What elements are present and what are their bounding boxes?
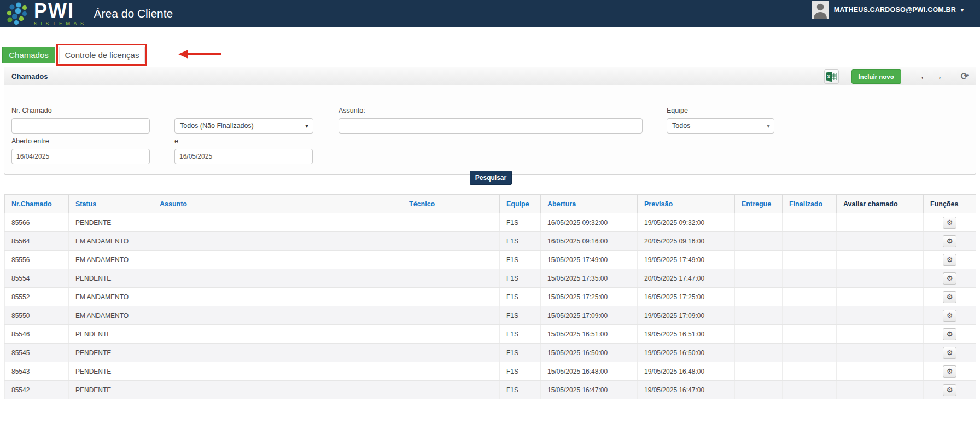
topbar: PWI SISTEMAS Área do Cliente MATHEUS.CAR… [0,0,980,27]
next-arrow-icon[interactable]: → [934,71,943,82]
row-actions-button[interactable]: ⚙ [943,384,956,396]
incluir-novo-button[interactable]: Incluir novo [851,69,901,84]
export-excel-button[interactable]: X [824,69,839,84]
cell-avaliar-chamado [837,269,924,288]
cell-finalizado [783,288,837,306]
cell-equipe: F1S [500,344,541,362]
tab-controle-de-licencas[interactable]: Controle de licenças [59,47,145,63]
cell-entregue [735,213,783,232]
cell-entregue [735,362,783,381]
cell-nr-chamado: 85554 [5,269,69,288]
cell-abertura: 15/05/2025 17:25:00 [541,288,638,306]
svg-text:X: X [827,74,831,79]
status-filter-select[interactable]: Todos (Não Finalizados) ▾ [174,118,313,134]
row-actions-button[interactable]: ⚙ [943,347,956,359]
col-header-equipe[interactable]: Equipe [500,195,541,213]
cell-entregue [735,232,783,251]
cell-nr-chamado: 85542 [5,381,69,399]
row-actions-button[interactable]: ⚙ [943,235,956,247]
cell-finalizado [783,213,837,232]
brand-logo: PWI SISTEMAS [5,0,88,26]
cell-finalizado [783,344,837,362]
cell-previsao: 20/05/2025 09:16:00 [638,232,735,251]
row-actions-button[interactable]: ⚙ [943,217,956,229]
gear-icon: ⚙ [947,330,953,338]
cell-nr-chamado: 85545 [5,344,69,362]
col-header-status[interactable]: Status [69,195,153,213]
person-icon [812,1,829,19]
brand-name: PWI [34,2,88,20]
pwi-logo-icon [5,2,32,26]
cell-assunto [153,213,402,232]
col-header-tecnico[interactable]: Técnico [402,195,500,213]
col-header-finalizado[interactable]: Finalizado [783,195,837,213]
row-actions-button[interactable]: ⚙ [943,254,956,266]
cell-tecnico [402,269,500,288]
cell-previsao: 19/05/2025 16:48:00 [638,362,735,381]
col-header-entregue[interactable]: Entregue [735,195,783,213]
cell-abertura: 15/05/2025 17:09:00 [541,306,638,325]
cell-previsao: 16/05/2025 17:25:00 [638,288,735,306]
table-row: 85552 EM ANDAMENTO F1S 15/05/2025 17:25:… [5,288,976,306]
cell-abertura: 15/05/2025 17:49:00 [541,251,638,269]
e-label: e [174,137,178,145]
cell-funcoes: ⚙ [924,325,976,344]
cell-assunto [153,288,402,306]
cell-previsao: 19/05/2025 17:49:00 [638,251,735,269]
cell-avaliar-chamado [837,306,924,325]
cell-equipe: F1S [500,325,541,344]
pesquisar-button[interactable]: Pesquisar [470,171,512,185]
filter-form: Nr. Chamado Todos (Não Finalizados) ▾ As… [4,85,976,175]
row-actions-button[interactable]: ⚙ [943,310,956,322]
assunto-input[interactable] [339,118,643,134]
cell-previsao: 19/05/2025 17:09:00 [638,306,735,325]
cell-funcoes: ⚙ [924,344,976,362]
cell-finalizado [783,251,837,269]
col-header-previsao[interactable]: Previsão [638,195,735,213]
cell-avaliar-chamado [837,251,924,269]
cell-status: PENDENTE [69,381,153,399]
cell-equipe: F1S [500,213,541,232]
cell-abertura: 15/05/2025 17:35:00 [541,269,638,288]
cell-nr-chamado: 85564 [5,232,69,251]
tab-chamados[interactable]: Chamados [2,47,55,63]
cell-equipe: F1S [500,232,541,251]
date-to-input[interactable] [174,149,313,164]
avatar [812,1,829,19]
table-row: 85542 PENDENTE F1S 15/05/2025 16:47:00 1… [5,381,976,399]
cell-nr-chamado: 85546 [5,325,69,344]
prev-arrow-icon[interactable]: ← [920,71,929,82]
cell-assunto [153,251,402,269]
row-actions-button[interactable]: ⚙ [943,328,956,340]
refresh-icon[interactable]: ⟳ [961,71,969,82]
col-header-nr-chamado[interactable]: Nr.Chamado [5,195,69,213]
chevron-down-icon: ▾ [767,119,770,133]
cell-previsao: 20/05/2025 17:47:00 [638,269,735,288]
cell-finalizado [783,269,837,288]
cell-tecnico [402,306,500,325]
cell-status: PENDENTE [69,325,153,344]
panel-header: Chamados X Incluir novo ← → ⟳ [4,67,976,85]
cell-abertura: 16/05/2025 09:16:00 [541,232,638,251]
table-row: 85556 EM ANDAMENTO F1S 15/05/2025 17:49:… [5,251,976,269]
table-row: 85566 PENDENTE F1S 16/05/2025 09:32:00 1… [5,213,976,232]
date-from-input[interactable] [11,149,150,164]
user-menu[interactable]: MATHEUS.CARDOSO@PWI.COM.BR ▼ [812,1,965,19]
cell-avaliar-chamado [837,325,924,344]
cell-assunto [153,306,402,325]
row-actions-button[interactable]: ⚙ [943,291,956,303]
equipe-filter-select[interactable]: Todos ▾ [667,118,774,134]
nr-chamado-input[interactable] [11,118,150,134]
cell-funcoes: ⚙ [924,213,976,232]
cell-tecnico [402,232,500,251]
row-actions-button[interactable]: ⚙ [943,365,956,378]
cell-tecnico [402,213,500,232]
row-actions-button[interactable]: ⚙ [943,272,956,285]
col-header-abertura[interactable]: Abertura [541,195,638,213]
col-header-assunto[interactable]: Assunto [153,195,402,213]
cell-status: EM ANDAMENTO [69,288,153,306]
cell-tecnico [402,362,500,381]
cell-entregue [735,306,783,325]
cell-avaliar-chamado [837,381,924,399]
gear-icon: ⚙ [947,274,953,282]
